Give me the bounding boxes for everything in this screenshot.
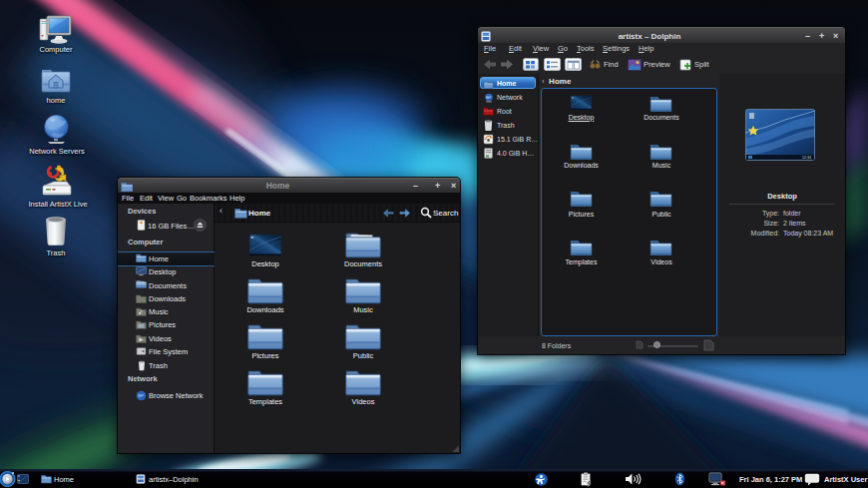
svg-text:12:34: 12:34: [802, 156, 811, 160]
